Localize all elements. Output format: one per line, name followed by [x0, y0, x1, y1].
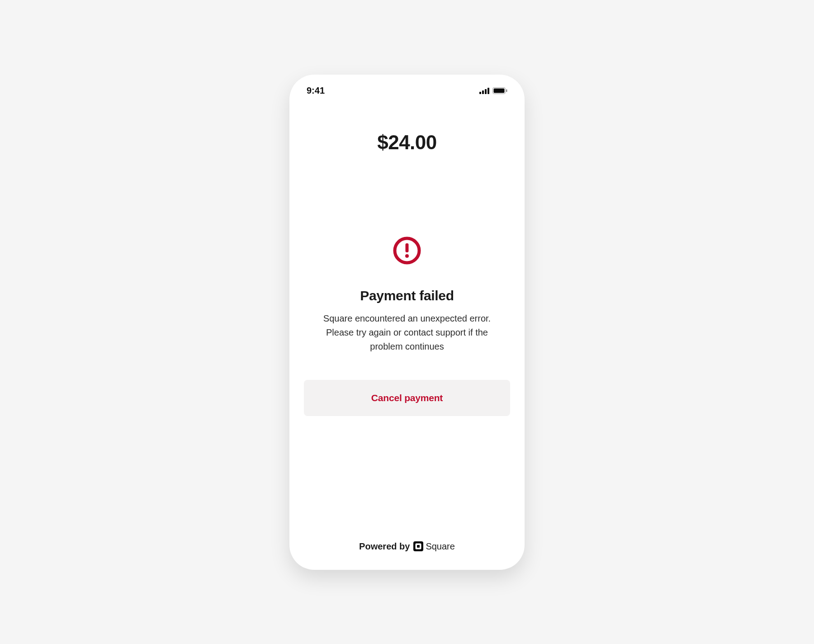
- square-brand-name: Square: [426, 541, 455, 552]
- error-section: Payment failed Square encountered an une…: [304, 237, 510, 416]
- svg-rect-12: [417, 545, 420, 548]
- svg-rect-6: [506, 90, 507, 92]
- status-icons: [479, 87, 507, 94]
- svg-rect-5: [494, 89, 505, 93]
- svg-rect-2: [485, 89, 487, 94]
- powered-by-label: Powered by: [359, 541, 410, 552]
- footer: Powered by Square: [289, 541, 525, 552]
- cellular-signal-icon: [479, 88, 490, 94]
- status-time: 9:41: [307, 85, 325, 96]
- svg-rect-0: [479, 92, 481, 94]
- payment-amount: $24.00: [304, 131, 510, 154]
- square-logo: Square: [413, 541, 455, 552]
- error-message: Square encountered an unexpected error. …: [317, 312, 497, 354]
- svg-point-9: [405, 254, 409, 258]
- square-logo-icon: [413, 541, 423, 551]
- phone-frame: 9:41 $24.00 Payment failed Square encoun…: [289, 75, 525, 570]
- svg-rect-8: [406, 243, 409, 252]
- svg-rect-1: [482, 90, 484, 94]
- error-title: Payment failed: [360, 288, 454, 303]
- cancel-payment-button[interactable]: Cancel payment: [304, 380, 510, 416]
- battery-icon: [492, 87, 507, 94]
- status-bar: 9:41: [304, 85, 510, 97]
- alert-circle-icon: [393, 237, 421, 265]
- svg-rect-3: [487, 88, 489, 94]
